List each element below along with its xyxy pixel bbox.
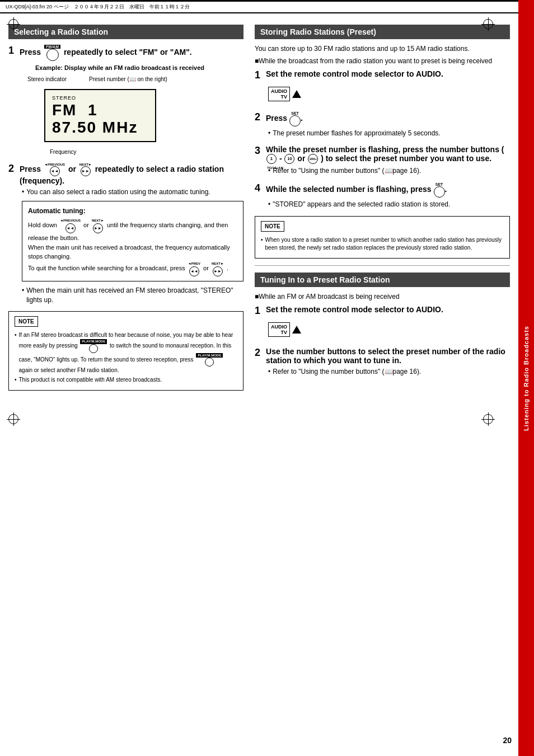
sidebar-red: Listening to Radio Broadcasts bbox=[518, 0, 534, 756]
step-2-number: 2 bbox=[8, 163, 14, 175]
play-mode-btn: PLAY/M.MODE bbox=[80, 339, 107, 353]
next-btn-auto2: NEXT► ►► bbox=[212, 261, 224, 276]
corner-tr bbox=[483, 19, 493, 31]
auto-tuning-box: Automatic tuning: Hold down ◄PREVIOUS ◄◄… bbox=[22, 201, 243, 281]
arrow-up-1 bbox=[292, 90, 301, 98]
arrow-up-2 bbox=[292, 326, 301, 334]
set-button-1: SET bbox=[289, 111, 301, 126]
storing-step-1: 1 Set the remote control mode selector t… bbox=[255, 69, 510, 105]
tuning-step-2-title: Use the number buttons to select the pre… bbox=[266, 347, 510, 365]
step-2-title: Press ◄PREVIOUS ◄◄ or NEXT► ►► repeatedl… bbox=[20, 163, 243, 185]
tuning-step-2-bullet1: Refer to "Using the number buttons" (📖pa… bbox=[268, 367, 510, 377]
page-header: UX-QD9[A]-03.fm 20 ページ ２００４年９月２２日 水曜日 午前… bbox=[0, 0, 518, 13]
right-column: Storing Radio Stations (Preset) You can … bbox=[255, 25, 510, 395]
corner-br bbox=[483, 414, 493, 426]
page-number: 20 bbox=[503, 736, 512, 745]
note-item2: This product is not compatible with AM s… bbox=[15, 376, 237, 384]
set-button-2: SET bbox=[434, 182, 445, 198]
storing-step-4-bullet1: "STORED" appears and the selected radio … bbox=[268, 200, 510, 209]
note-box-left: NOTE If an FM stereo broadcast is diffic… bbox=[8, 311, 243, 391]
note-item1: If an FM stereo broadcast is difficult t… bbox=[15, 331, 237, 374]
example-label: Example: Display while an FM radio broad… bbox=[35, 63, 243, 73]
step-1-number: 1 bbox=[8, 45, 14, 57]
tuning-step-1-title: Set the remote control mode selector to … bbox=[266, 305, 443, 314]
storing-step-2-bullet1: The preset number flashes for approximat… bbox=[268, 129, 510, 138]
next-btn-auto1: NEXT► ►► bbox=[92, 218, 104, 233]
section-divider bbox=[255, 265, 510, 266]
fmam-button: FM/AM bbox=[44, 45, 60, 61]
fm-display: STEREO FM 187.50 MHz bbox=[44, 89, 156, 142]
step-2-bullet2: When the main unit has received an FM st… bbox=[22, 286, 243, 305]
step-2: 2 Press ◄PREVIOUS ◄◄ or NEXT► ►► bbox=[8, 163, 243, 305]
storing-intro: You can store up to 30 FM radio stations… bbox=[255, 45, 510, 53]
header-text: UX-QD9[A]-03.fm 20 ページ ２００４年９月２２日 水曜日 午前… bbox=[6, 4, 190, 10]
num-btn-10: 10 bbox=[284, 154, 294, 164]
sidebar-label: Listening to Radio Broadcasts bbox=[523, 326, 530, 431]
num-btn-100: 100+ bbox=[308, 154, 318, 164]
audio-selector-2: AUDIO TV bbox=[268, 322, 301, 337]
num-btn-1: 1TO/10+AN bbox=[266, 154, 277, 164]
storing-step-3: 3 While the preset number is flashing, p… bbox=[255, 145, 510, 176]
audio-selector-1: AUDIO TV bbox=[268, 87, 301, 101]
storing-step-3-bullet1: Refer to "Using the number buttons" (📖pa… bbox=[268, 166, 510, 176]
note-box-right: NOTE When you store a radio station to a… bbox=[255, 216, 510, 259]
corner-bl bbox=[8, 414, 18, 426]
left-column: Selecting a Radio Station 1 Press FM/AM … bbox=[8, 25, 243, 395]
selecting-section-header: Selecting a Radio Station bbox=[8, 25, 243, 39]
storing-prereq: ■While the broadcast from the radio stat… bbox=[255, 57, 510, 65]
storing-step-1-title: Set the remote control mode selector to … bbox=[266, 69, 443, 78]
tuning-prereq: ■While an FM or AM broadcast is being re… bbox=[255, 293, 510, 300]
storing-step-4-title: While the selected number is flashing, p… bbox=[266, 182, 447, 198]
prev-btn-auto2: ◄PREV ◄◄ bbox=[188, 261, 200, 276]
next-button: NEXT► ►► bbox=[79, 163, 92, 176]
corner-tl bbox=[8, 19, 18, 31]
prev-btn-auto1: ◄PREVIOUS ◄◄ bbox=[60, 218, 81, 233]
previous-button: ◄PREVIOUS ◄◄ bbox=[44, 163, 65, 176]
step-1: 1 Press FM/AM repeatedly to select "FM" … bbox=[8, 45, 243, 156]
storing-step-3-title: While the preset number is flashing, pre… bbox=[266, 145, 510, 164]
note-right-item1: When you store a radio station to a pres… bbox=[261, 236, 504, 252]
preset-number-label: Preset number (📖 on the right) bbox=[89, 75, 167, 83]
tuning-step-1: 1 Set the remote control mode selector t… bbox=[255, 305, 510, 340]
tuning-step-2: 2 Use the number buttons to select the p… bbox=[255, 347, 510, 377]
frequency-label: Frequency bbox=[50, 149, 76, 155]
tuning-section-header: Tuning In to a Preset Radio Station bbox=[255, 273, 510, 287]
storing-step-2: 2 Press SET . The preset number flashes … bbox=[255, 111, 510, 138]
storing-section-header: Storing Radio Stations (Preset) bbox=[255, 25, 510, 39]
storing-step-2-title: Press SET . bbox=[266, 111, 303, 126]
step-2-bullet1: You can also select a radio station usin… bbox=[22, 187, 243, 197]
storing-step-4: 4 While the selected number is flashing,… bbox=[255, 182, 510, 209]
step-1-title: Press FM/AM repeatedly to select "FM" or… bbox=[20, 45, 192, 61]
stereo-indicator-label: Stereo indicator bbox=[27, 75, 67, 83]
play-mode-btn2: PLAY/M.MODE bbox=[196, 353, 223, 367]
